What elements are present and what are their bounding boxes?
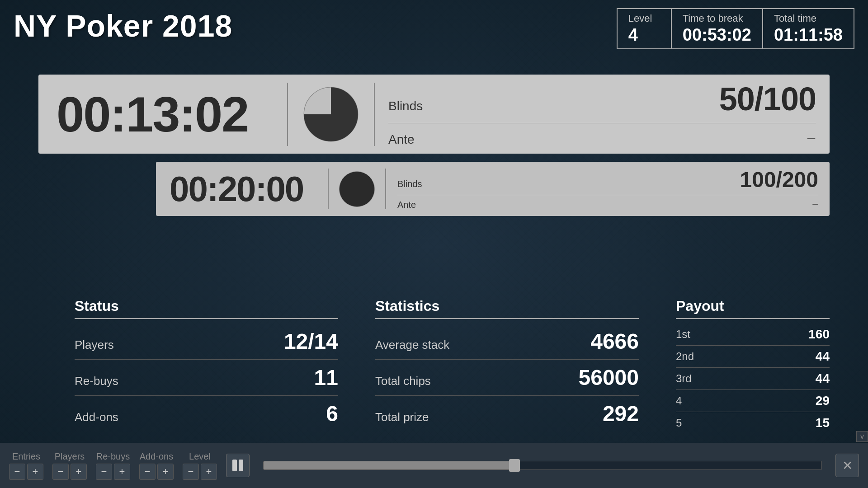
level-control: Level − + [183, 451, 217, 480]
blinds-value: 50/100 [719, 80, 816, 117]
stats-separator-1 [361, 298, 362, 434]
level-buttons: − + [183, 464, 217, 480]
current-pie-chart [302, 85, 360, 144]
addons-plus-btn[interactable]: + [157, 464, 174, 480]
total-value: 01:11:58 [774, 25, 843, 45]
rebuys-plus-btn[interactable]: + [114, 464, 130, 480]
total-prize-row: Total prize 292 [375, 396, 639, 432]
progress-thumb[interactable] [509, 459, 520, 472]
current-timer: 00:13:02 [38, 85, 287, 143]
entries-minus-btn[interactable]: − [9, 464, 25, 480]
payout-place-label: 1st [676, 328, 690, 341]
progress-bar-fill [264, 461, 514, 469]
payout-row: 515 [676, 412, 830, 434]
level-plus-btn[interactable]: + [201, 464, 217, 480]
next-pie-divider [328, 169, 329, 209]
payout-row: 1st160 [676, 324, 830, 346]
pause-bar-right [239, 460, 243, 471]
ante-row: Ante − [388, 123, 816, 153]
payout-rows: 1st1602nd443rd44429515 [676, 324, 830, 434]
ante-value: − [807, 129, 816, 148]
level-minus-btn[interactable]: − [183, 464, 199, 480]
players-row: Players 12/14 [75, 324, 338, 360]
payout-place-value: 160 [808, 327, 830, 342]
level-ctrl-label: Level [189, 451, 211, 462]
payout-title: Payout [676, 298, 830, 319]
header: NY Poker 2018 Level 4 Time to break 00:5… [0, 0, 868, 57]
total-chips-value: 56000 [579, 365, 639, 390]
next-blinds-row: Blinds 100/200 [397, 164, 818, 195]
total-prize-value: 292 [603, 401, 639, 426]
rebuys-row: Re-buys 11 [75, 360, 338, 396]
players-label: Players [75, 338, 114, 352]
payout-place-value: 29 [816, 394, 830, 408]
players-minus-btn[interactable]: − [52, 464, 69, 480]
addons-minus-btn[interactable]: − [139, 464, 156, 480]
progress-bar-container[interactable] [263, 461, 822, 470]
statistics-panel: Statistics Average stack 4666 Total chip… [375, 298, 648, 434]
avg-stack-value: 4666 [590, 329, 639, 354]
payout-row: 429 [676, 390, 830, 412]
entries-label: Entries [12, 451, 40, 462]
blinds-row: Blinds 50/100 [388, 75, 816, 123]
rebuys-control: Re-buys − + [96, 451, 130, 480]
payout-row: 2nd44 [676, 346, 830, 368]
payout-place-value: 44 [816, 371, 830, 386]
total-label: Total time [774, 13, 843, 24]
next-pie-chart [338, 170, 376, 208]
level-value: 4 [628, 25, 660, 45]
addons-value: 6 [326, 401, 338, 426]
rebuys-minus-btn[interactable]: − [96, 464, 112, 480]
next-blinds: Blinds 100/200 Ante − [386, 162, 830, 216]
statistics-title: Statistics [375, 298, 639, 319]
level-stat: Level 4 [618, 9, 672, 48]
addons-ctrl-label: Add-ons [140, 451, 174, 462]
total-prize-label: Total prize [375, 410, 429, 424]
next-ante-label: Ante [397, 200, 416, 210]
pause-button[interactable] [226, 454, 250, 477]
addons-row: Add-ons 6 [75, 396, 338, 432]
entries-buttons: − + [9, 464, 43, 480]
payout-place-label: 2nd [676, 350, 694, 363]
payout-place-label: 4 [676, 394, 682, 407]
pause-bar-left [232, 460, 237, 471]
controls-bar: v Entries − + Players − + Re-buys − + Ad… [0, 443, 868, 488]
next-ante-value: − [812, 198, 818, 211]
rebuys-buttons: − + [96, 464, 130, 480]
stats-separator-2 [661, 298, 662, 434]
break-stat: Time to break 00:53:02 [672, 9, 763, 48]
current-level-panel: 00:13:02 Blinds 50/100 Ante − [38, 75, 830, 154]
svg-point-1 [339, 171, 374, 206]
current-blinds: Blinds 50/100 Ante − [375, 70, 830, 158]
players-plus-btn[interactable]: + [71, 464, 87, 480]
rebuys-ctrl-label: Re-buys [96, 451, 130, 462]
payout-place-value: 15 [816, 416, 830, 430]
addons-label: Add-ons [75, 410, 118, 424]
close-button[interactable]: ✕ [835, 454, 859, 477]
entries-plus-btn[interactable]: + [27, 464, 43, 480]
timers-section: 00:13:02 Blinds 50/100 Ante − [38, 75, 830, 216]
players-value: 12/14 [284, 329, 338, 354]
players-control: Players − + [52, 451, 87, 480]
payout-place-label: 5 [676, 417, 682, 429]
break-value: 00:53:02 [683, 25, 751, 45]
next-blinds-value: 100/200 [740, 167, 818, 192]
app-title: NY Poker 2018 [14, 8, 232, 43]
payout-row: 3rd44 [676, 368, 830, 390]
blinds-label: Blinds [388, 99, 423, 113]
avg-stack-row: Average stack 4666 [375, 324, 639, 360]
total-chips-row: Total chips 56000 [375, 360, 639, 396]
level-label: Level [628, 13, 660, 24]
total-chips-label: Total chips [375, 374, 431, 388]
avg-stack-label: Average stack [375, 338, 449, 352]
ante-label: Ante [388, 132, 415, 147]
stats-section: Status Players 12/14 Re-buys 11 Add-ons … [75, 298, 830, 434]
version-badge: v [856, 431, 868, 442]
rebuys-label: Re-buys [75, 374, 118, 388]
status-panel: Status Players 12/14 Re-buys 11 Add-ons … [75, 298, 347, 434]
header-stats: Level 4 Time to break 00:53:02 Total tim… [617, 8, 854, 49]
payout-place-value: 44 [816, 349, 830, 364]
next-timer: 00:20:00 [156, 169, 328, 210]
next-level-panel: 00:20:00 Blinds 100/200 Ante − [156, 162, 830, 216]
players-buttons: − + [52, 464, 87, 480]
